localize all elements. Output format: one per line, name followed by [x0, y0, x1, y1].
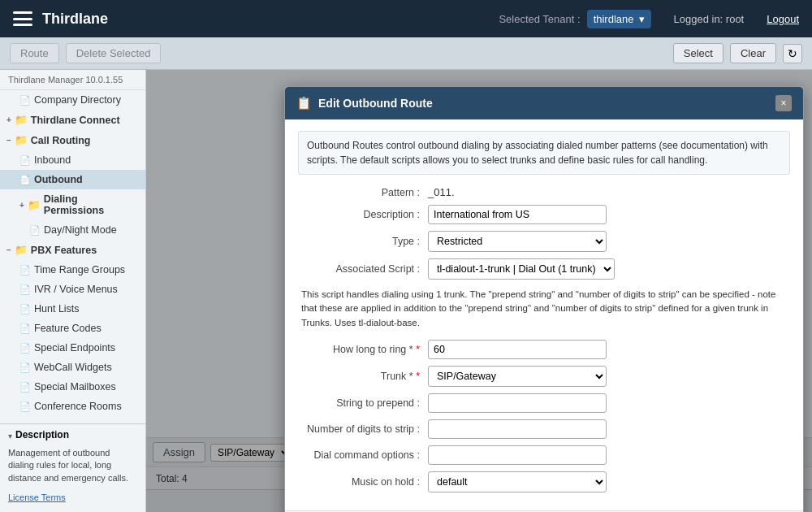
sidebar-item-call-routing[interactable]: − 📁 Call Routing	[0, 130, 145, 150]
refresh-button[interactable]: ↻	[783, 44, 802, 63]
sidebar-item-label: Hunt Lists	[34, 303, 80, 315]
sidebar-item-day-night-mode[interactable]: 📄 Day/Night Mode	[0, 220, 145, 240]
sidebar-item-label: Thirdlane Connect	[31, 115, 120, 126]
doc-icon: 📄	[19, 284, 31, 295]
type-label: Type :	[298, 236, 428, 247]
doc-icon: 📄	[29, 225, 41, 236]
how-long-input[interactable]	[428, 340, 607, 359]
doc-icon: 📄	[19, 362, 31, 373]
tenant-value: thirdlane	[594, 13, 634, 25]
dialog-close-button[interactable]: ×	[775, 95, 792, 111]
sidebar-item-label: Outbound	[34, 174, 83, 185]
dialog-title: Edit Outbound Route	[318, 97, 769, 110]
main-layout: Thirdlane Manager 10.0.1.55 📄 Company Di…	[0, 70, 812, 512]
dialog-icon: 📋	[296, 96, 312, 111]
script-info-text: This script handles dialing using 1 trun…	[298, 288, 790, 330]
folder-icon: 📁	[15, 114, 28, 126]
license-link[interactable]: License Terms	[8, 492, 66, 502]
sidebar-item-label: Time Range Groups	[34, 264, 125, 276]
required-star: *	[416, 344, 420, 355]
dial-command-input[interactable]	[428, 445, 607, 465]
sidebar-item-pbx-features[interactable]: − 📁 PBX Features	[0, 240, 145, 260]
description-title: Description	[15, 429, 69, 440]
description-input[interactable]	[428, 205, 607, 224]
sidebar-license[interactable]: License Terms	[0, 489, 146, 505]
sidebar-item-dialing-permissions[interactable]: + 📁 Dialing Permissions	[0, 189, 145, 220]
sidebar-item-label: Inbound	[34, 154, 71, 166]
topbar: Thirdlane Selected Tenant : thirdlane ▾ …	[0, 0, 812, 37]
sidebar-item-label: Special Endpoints	[34, 342, 115, 354]
sidebar-item-conference-rooms[interactable]: 📄 Conference Rooms	[0, 397, 145, 416]
doc-icon: 📄	[19, 343, 31, 354]
dialog-description: Outbound Routes control outbound dialing…	[298, 131, 790, 175]
string-to-prepend-input[interactable]	[428, 393, 607, 413]
string-to-prepend-row: String to prepend :	[298, 393, 790, 413]
hamburger-icon[interactable]	[13, 11, 32, 26]
pattern-label: Pattern :	[298, 187, 428, 198]
chevron-down-icon: ▾	[639, 13, 645, 25]
sidebar-item-special-endpoints[interactable]: 📄 Special Endpoints	[0, 338, 145, 358]
route-button[interactable]: Route	[10, 43, 59, 63]
logged-in-label: Logged in: root	[674, 13, 745, 25]
sidebar-item-label: WebCall Widgets	[34, 362, 112, 373]
sidebar-item-label: Special Mailboxes	[34, 381, 116, 393]
associated-script-row: Associated Script : tl-dialout-1-trunk |…	[298, 258, 790, 280]
sidebar-item-outbound[interactable]: 📄 Outbound	[0, 170, 145, 189]
how-long-to-ring-row: How long to ring * *	[298, 340, 790, 359]
tenant-dropdown[interactable]: thirdlane ▾	[587, 10, 651, 28]
sidebar-item-label: Company Directory	[34, 94, 121, 106]
sidebar-item-label: Conference Rooms	[34, 401, 122, 412]
music-on-hold-select[interactable]: default none music1	[428, 471, 607, 492]
digits-to-strip-input[interactable]	[428, 419, 607, 439]
associated-script-select[interactable]: tl-dialout-1-trunk | Dial Out (1 trunk)	[428, 258, 615, 280]
sidebar-item-special-mailboxes[interactable]: 📄 Special Mailboxes	[0, 377, 145, 397]
dial-command-label: Dial command options :	[298, 449, 428, 461]
select-button-top[interactable]: Select	[673, 43, 723, 63]
sidebar-item-inbound[interactable]: 📄 Inbound	[0, 150, 145, 170]
type-select[interactable]: Restricted International Local Emergency	[428, 231, 607, 252]
sidebar-item-thirdlane-connect[interactable]: + 📁 Thirdlane Connect	[0, 110, 145, 130]
description-label: Description :	[298, 209, 428, 220]
folder-icon: 📁	[15, 244, 28, 256]
trunk-row: Trunk * * SIP/Gateway SIP/Trunk1 SIP/Tru…	[298, 366, 790, 387]
tenant-selector: Selected Tenant : thirdlane ▾	[499, 10, 650, 28]
doc-icon: 📄	[19, 155, 31, 166]
type-row: Type : Restricted International Local Em…	[298, 231, 790, 252]
required-star: *	[416, 371, 420, 382]
secondbar: Route Delete Selected Select Clear ↻	[0, 37, 812, 70]
delete-selected-button[interactable]: Delete Selected	[66, 43, 162, 63]
sidebar-item-time-range-groups[interactable]: 📄 Time Range Groups	[0, 260, 145, 280]
music-on-hold-row: Music on hold : default none music1	[298, 471, 790, 492]
associated-script-label: Associated Script :	[298, 263, 428, 275]
pattern-row: Pattern : _011.	[298, 186, 790, 198]
doc-icon: 📄	[19, 304, 31, 315]
pattern-value: _011.	[428, 186, 455, 198]
tenant-label: Selected Tenant :	[499, 13, 580, 25]
sidebar-item-label: PBX Features	[31, 245, 97, 256]
how-long-label: How long to ring * *	[298, 344, 428, 355]
plus-icon: +	[6, 115, 11, 124]
sidebar-description-panel: ▾ Description Management of outbound dia…	[0, 423, 146, 489]
sidebar-item-ivr-voice-menus[interactable]: 📄 IVR / Voice Menus	[0, 280, 145, 299]
logout-button[interactable]: Logout	[767, 13, 799, 25]
collapse-icon[interactable]: ▾	[8, 432, 12, 440]
description-row: Description :	[298, 205, 790, 224]
doc-icon: 📄	[19, 265, 31, 276]
clear-button-top[interactable]: Clear	[730, 43, 776, 63]
sidebar-item-hunt-lists[interactable]: 📄 Hunt Lists	[0, 299, 145, 319]
edit-outbound-route-dialog: 📋 Edit Outbound Route × Outbound Routes …	[284, 86, 804, 512]
doc-icon: 📄	[19, 175, 31, 185]
string-to-prepend-label: String to prepend :	[298, 397, 428, 409]
sidebar-item-webcall-widgets[interactable]: 📄 WebCall Widgets	[0, 358, 145, 377]
trunk-select[interactable]: SIP/Gateway SIP/Trunk1 SIP/Trunk2	[428, 366, 607, 387]
trunk-label: Trunk * *	[298, 371, 428, 382]
app-logo: Thirdlane	[42, 11, 108, 28]
sidebar-item-feature-codes[interactable]: 📄 Feature Codes	[0, 319, 145, 338]
folder-icon: 📁	[15, 134, 28, 146]
sidebar-item-company-directory[interactable]: 📄 Company Directory	[0, 90, 145, 110]
plus-icon: +	[19, 201, 24, 210]
digits-to-strip-row: Number of digits to strip :	[298, 419, 790, 439]
dialog-header: 📋 Edit Outbound Route ×	[285, 87, 803, 119]
sidebar-item-label: Day/Night Mode	[44, 224, 117, 236]
sidebar-item-label: Dialing Permissions	[44, 193, 139, 216]
